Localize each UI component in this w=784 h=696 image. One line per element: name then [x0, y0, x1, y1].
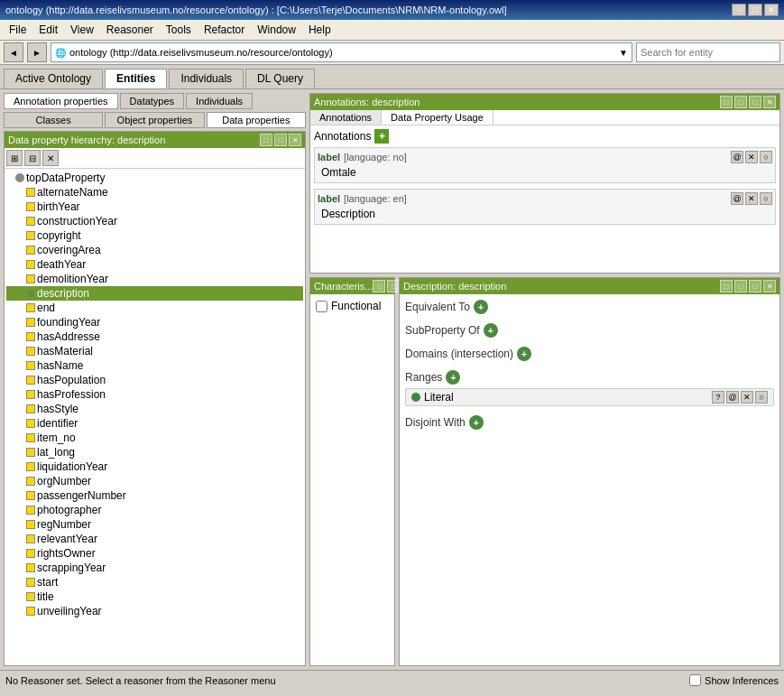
back-button[interactable]: ◄	[4, 42, 23, 62]
domains-add-button[interactable]: +	[517, 347, 531, 361]
tree-item-lat_long[interactable]: lat_long	[6, 445, 303, 459]
tree-item-description[interactable]: description	[6, 286, 303, 301]
menu-reasoner[interactable]: Reasoner	[101, 22, 159, 38]
prop-icon	[26, 217, 35, 226]
add-annotation-button[interactable]: +	[374, 129, 389, 144]
hierarchy-btn-2[interactable]: □	[274, 134, 287, 146]
tree-item-hasAddresse[interactable]: hasAddresse	[6, 329, 303, 344]
tab-entities[interactable]: Entities	[105, 69, 167, 88]
show-inferences-checkbox[interactable]	[689, 674, 701, 686]
literal-x-btn[interactable]: ✕	[741, 391, 753, 404]
tree-item-alternateName[interactable]: alternateName	[6, 185, 303, 200]
desc-btn3[interactable]: □	[749, 280, 761, 292]
tree-item-rightsOwner[interactable]: rightsOwner	[6, 546, 303, 561]
hierarchy-btn-1[interactable]: □	[260, 134, 272, 146]
literal-o-btn[interactable]: ○	[755, 391, 768, 404]
address-icon: 🌐	[55, 48, 66, 58]
collapse-all-button[interactable]: ⊟	[24, 150, 41, 166]
menu-file[interactable]: File	[4, 22, 32, 38]
tree-item-orgNumber[interactable]: orgNumber	[6, 474, 303, 488]
tab-object-properties[interactable]: Object properties	[105, 112, 204, 128]
char-btn1[interactable]: □	[373, 280, 385, 292]
tree-item-title[interactable]: title	[6, 589, 303, 604]
tree-item-hasStyle[interactable]: hasStyle	[6, 402, 303, 416]
menu-tools[interactable]: Tools	[161, 22, 197, 38]
subproperty-of-add-button[interactable]: +	[484, 323, 498, 338]
tree-view[interactable]: topDataProperty alternateName birthYear …	[5, 169, 305, 665]
anno-header-btn3[interactable]: □	[749, 96, 761, 108]
tree-item-passengerNumber[interactable]: passengerNumber	[6, 488, 303, 503]
tree-item-coveringArea[interactable]: coveringArea	[6, 243, 303, 257]
menu-edit[interactable]: Edit	[33, 22, 63, 38]
tree-item-deathYear[interactable]: deathYear	[6, 257, 303, 272]
anno-type-1: [language: no]	[344, 152, 407, 162]
tree-item-hasName[interactable]: hasName	[6, 358, 303, 373]
search-input[interactable]	[636, 42, 780, 62]
prop-icon	[26, 520, 35, 529]
anno-header-btn4[interactable]: ✕	[763, 96, 776, 108]
tab-dl-query[interactable]: DL Query	[245, 69, 315, 88]
tree-item-hasPopulation[interactable]: hasPopulation	[6, 373, 303, 387]
tab-individuals[interactable]: Individuals	[169, 69, 244, 88]
tree-item-hasMaterial[interactable]: hasMaterial	[6, 344, 303, 358]
prop-icon	[26, 549, 35, 558]
disjoint-with-add-button[interactable]: +	[469, 415, 484, 430]
tree-item-birthYear[interactable]: birthYear	[6, 200, 303, 214]
minimize-button[interactable]: −	[732, 4, 746, 16]
tree-item-end[interactable]: end	[6, 301, 303, 315]
dropdown-icon[interactable]: ▼	[619, 48, 628, 58]
ranges-add-button[interactable]: +	[446, 370, 460, 385]
tree-item-demolitionYear[interactable]: demolitionYear	[6, 272, 303, 286]
maximize-button[interactable]: □	[748, 4, 762, 16]
status-bar: No Reasoner set. Select a reasoner from …	[0, 670, 784, 690]
tree-item-unveilingYear[interactable]: unveilingYear	[6, 604, 303, 618]
desc-btn4[interactable]: ✕	[763, 280, 776, 292]
tab-classes[interactable]: Classes	[4, 112, 103, 128]
anno-o-btn-2[interactable]: ○	[760, 192, 772, 205]
tree-item-scrappingYear[interactable]: scrappingYear	[6, 561, 303, 575]
menu-view[interactable]: View	[65, 22, 99, 38]
desc-btn1[interactable]: □	[720, 280, 733, 292]
hierarchy-btn-3[interactable]: ✕	[289, 134, 301, 146]
tree-item-start[interactable]: start	[6, 575, 303, 589]
tree-item-constructionYear[interactable]: constructionYear	[6, 214, 303, 228]
anno-x-btn-2[interactable]: ✕	[745, 192, 758, 205]
menu-refactor[interactable]: Refactor	[198, 22, 250, 38]
tree-item-item_no[interactable]: item_no	[6, 431, 303, 445]
anno-o-btn-1[interactable]: ○	[760, 151, 772, 163]
close-button[interactable]: ✕	[764, 4, 779, 16]
tree-item-regNumber[interactable]: regNumber	[6, 517, 303, 532]
tab-active-ontology[interactable]: Active Ontology	[4, 69, 103, 88]
tab-datatypes[interactable]: Datatypes	[120, 93, 185, 109]
tree-item-liquidationYear[interactable]: liquidationYear	[6, 459, 303, 474]
tree-item-identifier[interactable]: identifier	[6, 416, 303, 431]
desc-btn2[interactable]: □	[734, 280, 747, 292]
tree-item-relevantYear[interactable]: relevantYear	[6, 532, 303, 546]
anno-header-btn2[interactable]: □	[734, 96, 747, 108]
tab-annotations[interactable]: Annotations	[310, 110, 382, 125]
menu-window[interactable]: Window	[252, 22, 301, 38]
tree-item-copyright[interactable]: copyright	[6, 228, 303, 243]
anno-at-btn-2[interactable]: @	[731, 192, 743, 205]
anno-header-btn1[interactable]: □	[720, 96, 733, 108]
tab-data-property-usage[interactable]: Data Property Usage	[382, 110, 493, 125]
prop-icon	[26, 376, 35, 385]
functional-checkbox[interactable]	[316, 301, 327, 312]
anno-value-2: Description	[318, 207, 772, 221]
tree-item-foundingYear[interactable]: foundingYear	[6, 315, 303, 329]
tab-annotation-properties[interactable]: Annotation properties	[4, 93, 118, 109]
tree-item-hasProfession[interactable]: hasProfession	[6, 387, 303, 402]
anno-at-btn-1[interactable]: @	[731, 151, 743, 163]
anno-x-btn-1[interactable]: ✕	[745, 151, 758, 163]
literal-help-btn[interactable]: ?	[712, 391, 724, 404]
literal-at-btn[interactable]: @	[726, 391, 739, 404]
equivalent-to-add-button[interactable]: +	[474, 300, 488, 314]
tab-data-properties[interactable]: Data properties	[207, 112, 306, 128]
forward-button[interactable]: ►	[27, 42, 47, 62]
filter-button[interactable]: ✕	[42, 150, 59, 166]
menu-help[interactable]: Help	[303, 22, 337, 38]
tree-item-photographer[interactable]: photographer	[6, 503, 303, 517]
tab-individuals[interactable]: Individuals	[186, 93, 253, 109]
expand-all-button[interactable]: ⊞	[6, 150, 23, 166]
tree-item-topDataProperty[interactable]: topDataProperty	[6, 171, 303, 185]
